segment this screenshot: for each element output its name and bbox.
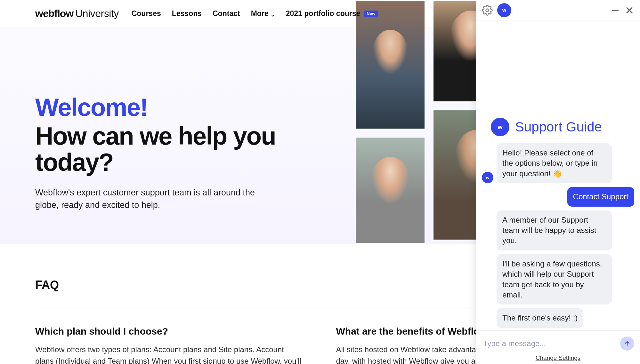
bot-message: A member of our Support team will be hap… [497, 210, 612, 250]
faq-item: Which plan should I choose? Webflow offe… [35, 326, 304, 364]
close-icon[interactable] [625, 5, 634, 15]
nav-item-more[interactable]: More [251, 9, 275, 18]
change-settings-link[interactable]: Change Settings [482, 354, 634, 361]
brand-logo: webflow [35, 8, 73, 20]
guide-header: w Support Guide [482, 118, 634, 136]
guide-title: Support Guide [515, 119, 602, 135]
chat-panel: w w Support Guide w Hello! Please select… [476, 0, 640, 364]
faq-answer: Webflow offers two types of plans: Accou… [35, 344, 304, 364]
minimize-icon[interactable] [611, 5, 620, 15]
chat-header: w [476, 0, 640, 20]
user-message: Contact Support [567, 187, 634, 206]
message-row: w Hello! Please select one of the option… [482, 143, 634, 183]
bot-message: Hello! Please select one of the options … [497, 143, 612, 183]
send-button[interactable] [620, 336, 634, 351]
message-row: Contact Support [482, 187, 634, 206]
message-row: The first one's easy! :) [482, 308, 634, 328]
chat-body: w Support Guide w Hello! Please select o… [476, 20, 640, 330]
nav-label: Courses [132, 9, 161, 18]
nav-label: Contact [213, 9, 240, 18]
hero-text: Welcome! How can we help you today? Webf… [35, 93, 279, 211]
bot-message: I'll be asking a few questions, which wi… [497, 254, 612, 305]
chat-input-area: Change Settings [476, 330, 640, 364]
guide-avatar: w [491, 118, 509, 136]
message-row: I'll be asking a few questions, which wi… [482, 254, 634, 305]
chevron-down-icon [271, 11, 275, 16]
chat-input[interactable] [482, 335, 616, 352]
nav-item-contact[interactable]: Contact [213, 9, 240, 18]
hero-welcome: Welcome! [35, 93, 279, 122]
nav-label: More [251, 9, 269, 18]
brand-suffix: University [75, 8, 118, 20]
bot-avatar: w [482, 172, 493, 183]
chat-brand-avatar: w [497, 3, 511, 17]
faq-question: Which plan should I choose? [35, 326, 304, 337]
message-row: A member of our Support team will be hap… [482, 210, 634, 250]
nav-label: Lessons [172, 9, 202, 18]
gear-icon[interactable] [482, 5, 493, 16]
nav-item-courses[interactable]: Courses [132, 9, 161, 18]
bot-message: The first one's easy! :) [497, 308, 583, 328]
team-photo [355, 137, 425, 244]
svg-point-0 [486, 9, 489, 12]
hero-headline: How can we help you today? [35, 123, 279, 176]
brand[interactable]: webflow University [35, 8, 119, 20]
hero-sub: Webflow's expert customer support team i… [35, 186, 272, 211]
nav-label: 2021 portfolio course [286, 9, 361, 18]
nav-items: Courses Lessons Contact More 2021 portfo… [132, 9, 378, 18]
nav-item-portfolio-course[interactable]: 2021 portfolio course New [286, 9, 378, 18]
nav-item-lessons[interactable]: Lessons [172, 9, 202, 18]
new-badge: New [364, 11, 378, 17]
